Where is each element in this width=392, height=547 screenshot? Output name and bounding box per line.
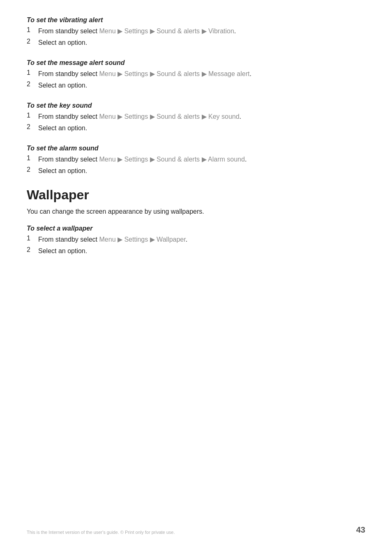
menu-path: Menu ▶ Settings ▶ Sound & alerts ▶ Key s…	[99, 113, 240, 120]
step-number: 2	[27, 246, 38, 254]
step-number: 2	[27, 123, 38, 131]
menu-path: Menu ▶ Settings ▶ Sound & alerts ▶ Messa…	[99, 70, 250, 77]
footer: This is the Internet version of the user…	[0, 525, 392, 535]
section-heading-key-sound: To set the key sound	[27, 102, 365, 109]
section-key-sound: To set the key sound 1 From standby sele…	[27, 102, 365, 133]
menu-path: Menu ▶ Settings ▶ Sound & alerts ▶ Alarm…	[99, 156, 245, 163]
step-list-alarm-sound: 1 From standby select Menu ▶ Settings ▶ …	[27, 155, 365, 176]
footer-page-number: 43	[356, 525, 365, 535]
step-text: From standby select Menu ▶ Settings ▶ So…	[38, 26, 365, 36]
chapter-title-wallpaper: Wallpaper	[27, 187, 365, 203]
section-heading-alarm-sound: To set the alarm sound	[27, 145, 365, 152]
step-number: 2	[27, 166, 38, 173]
step-item: 2 Select an option.	[27, 81, 365, 90]
footer-disclaimer: This is the Internet version of the user…	[27, 530, 175, 535]
step-number: 1	[27, 112, 38, 119]
step-number: 2	[27, 81, 38, 88]
step-text: From standby select Menu ▶ Settings ▶ Wa…	[38, 235, 365, 245]
step-item: 2 Select an option.	[27, 123, 365, 133]
step-text: From standby select Menu ▶ Settings ▶ So…	[38, 69, 365, 79]
menu-path: Menu ▶ Settings ▶ Sound & alerts ▶ Vibra…	[99, 28, 234, 35]
section-wallpaper-chapter: Wallpaper You can change the screen appe…	[27, 187, 365, 256]
chapter-desc-wallpaper: You can change the screen appearance by …	[27, 207, 365, 217]
step-list-wallpaper: 1 From standby select Menu ▶ Settings ▶ …	[27, 235, 365, 256]
step-text: Select an option.	[38, 166, 365, 176]
step-text: Select an option.	[38, 123, 365, 133]
step-item: 1 From standby select Menu ▶ Settings ▶ …	[27, 235, 365, 245]
step-number: 1	[27, 69, 38, 76]
section-vibrating-alert: To set the vibrating alert 1 From standb…	[27, 16, 365, 48]
section-alarm-sound: To set the alarm sound 1 From standby se…	[27, 145, 365, 176]
step-item: 1 From standby select Menu ▶ Settings ▶ …	[27, 155, 365, 164]
step-list-message-alert: 1 From standby select Menu ▶ Settings ▶ …	[27, 69, 365, 90]
step-text: From standby select Menu ▶ Settings ▶ So…	[38, 112, 365, 122]
step-list-key-sound: 1 From standby select Menu ▶ Settings ▶ …	[27, 112, 365, 133]
step-item: 2 Select an option.	[27, 166, 365, 176]
section-heading-message-alert: To set the message alert sound	[27, 59, 365, 67]
step-item: 1 From standby select Menu ▶ Settings ▶ …	[27, 26, 365, 36]
step-item: 2 Select an option.	[27, 38, 365, 48]
step-number: 2	[27, 38, 38, 45]
section-heading-select-wallpaper: To select a wallpaper	[27, 225, 365, 232]
page: To set the vibrating alert 1 From standb…	[0, 0, 392, 547]
step-text: Select an option.	[38, 246, 365, 256]
step-text: Select an option.	[38, 81, 365, 90]
section-heading-vibrating-alert: To set the vibrating alert	[27, 16, 365, 24]
menu-path: Menu ▶ Settings ▶ Wallpaper	[99, 236, 186, 243]
step-text: From standby select Menu ▶ Settings ▶ So…	[38, 155, 365, 164]
step-number: 1	[27, 155, 38, 162]
step-item: 2 Select an option.	[27, 246, 365, 256]
step-number: 1	[27, 235, 38, 242]
step-list-vibrating-alert: 1 From standby select Menu ▶ Settings ▶ …	[27, 26, 365, 48]
step-item: 1 From standby select Menu ▶ Settings ▶ …	[27, 69, 365, 79]
step-item: 1 From standby select Menu ▶ Settings ▶ …	[27, 112, 365, 122]
step-number: 1	[27, 26, 38, 34]
step-text: Select an option.	[38, 38, 365, 48]
section-message-alert: To set the message alert sound 1 From st…	[27, 59, 365, 90]
